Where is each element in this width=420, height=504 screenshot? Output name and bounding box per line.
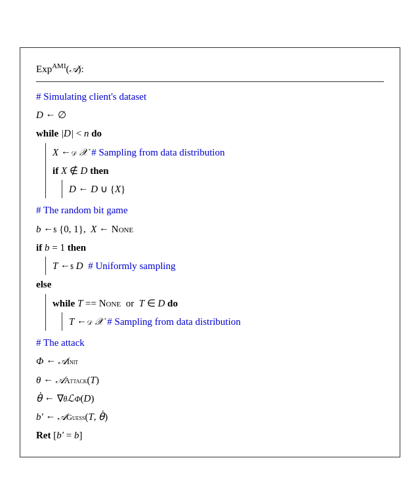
comment-attack: # The attack bbox=[36, 333, 384, 352]
line-else: else bbox=[36, 275, 384, 293]
line-if-X: if X ∉ D then bbox=[52, 161, 225, 180]
comment-random-bit: # The random bit game bbox=[36, 201, 384, 219]
line-init-b: b ←$ {0, 1}, X ← None bbox=[36, 220, 384, 238]
line-sample-T2: T ←𝒟 𝒳 # Sampling from data distribution bbox=[69, 312, 241, 331]
line-phi-init: Φ ← 𝒜Init bbox=[36, 352, 384, 370]
line-ret: Ret [b′ = b] bbox=[36, 426, 384, 444]
algorithm-box: ExpAMI(𝒜): # Simulating client's dataset… bbox=[20, 47, 400, 457]
line-while1: while |D| < n do bbox=[36, 124, 384, 142]
comment-simulate: # Simulating client's dataset bbox=[36, 87, 384, 106]
line-theta-dot: θ̇ ← ∇θℒΦ(D) bbox=[36, 389, 384, 408]
line-if-b: if b = 1 then bbox=[36, 238, 384, 257]
line-theta-attack: θ ← 𝒜Attack(T) bbox=[36, 371, 384, 389]
line-sample-T: T ←$ D # Uniformly sampling bbox=[52, 257, 176, 275]
else-block: while T == None or T ∈ D do T ←𝒟 𝒳 # Sam… bbox=[36, 294, 384, 331]
algorithm-title: ExpAMI(𝒜): bbox=[36, 60, 384, 82]
while2-block: T ←𝒟 𝒳 # Sampling from data distribution bbox=[52, 312, 241, 331]
line-while2: while T == None or T ∈ D do bbox=[52, 294, 241, 312]
if-b-block: T ←$ D # Uniformly sampling bbox=[36, 257, 384, 275]
line-sample-X: X ←𝒟 𝒳 # Sampling from data distribution bbox=[52, 143, 225, 161]
line-b-prime: b′ ← 𝒜Guess(T, θ̇) bbox=[36, 408, 384, 426]
while1-block: X ←𝒟 𝒳 # Sampling from data distribution… bbox=[36, 143, 384, 199]
if-X-block: D ← D ∪ {X} bbox=[52, 180, 225, 198]
line-update-D: D ← D ∪ {X} bbox=[69, 180, 125, 198]
line-init-D: D ← ∅ bbox=[36, 106, 384, 124]
